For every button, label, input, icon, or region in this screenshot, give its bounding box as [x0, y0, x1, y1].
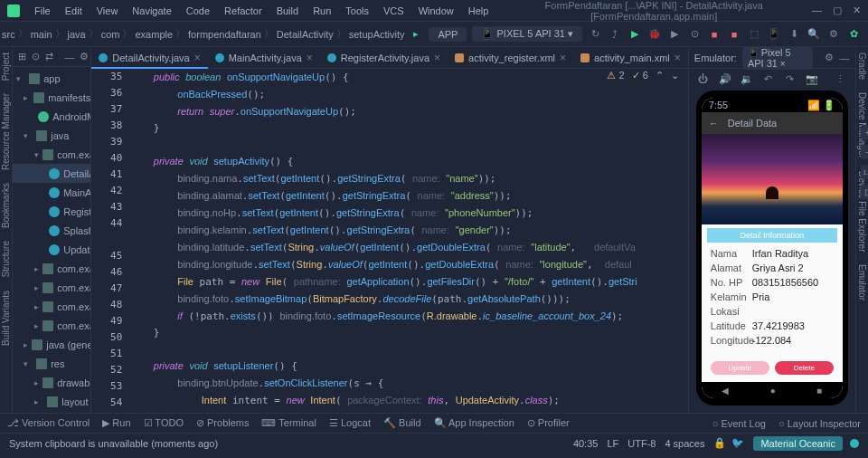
tree-item[interactable]: DetailActi [13, 164, 90, 183]
emu-shot-icon[interactable]: 📷 [805, 72, 819, 86]
avd-icon[interactable]: 📱 [767, 27, 781, 42]
tree-item[interactable]: SplashScr [13, 221, 90, 240]
breadcrumb[interactable]: java [68, 29, 86, 40]
tool-terminal[interactable]: ⌨ Terminal [261, 417, 316, 429]
phone-update-button[interactable]: Update [711, 361, 769, 375]
rail-emulator[interactable]: Emulator [857, 264, 867, 301]
tool-event-log[interactable]: ○ Event Log [712, 418, 766, 429]
code-editor[interactable]: public boolean onSupportNavigateUp() { o… [129, 69, 688, 413]
close-tab-icon[interactable]: × [434, 52, 440, 64]
account-icon[interactable]: ✿ [846, 27, 861, 42]
editor-tab[interactable]: DetailActivity.java× [91, 47, 207, 69]
stop2-icon[interactable]: ■ [727, 27, 741, 42]
sync-icon[interactable]: ↻ [588, 27, 602, 42]
minimize-icon[interactable]: — [812, 5, 822, 16]
menu-build[interactable]: Build [269, 5, 306, 16]
emu-fit-icon[interactable]: ⊡ [861, 185, 868, 199]
tool-problems[interactable]: ⊘ Problems [196, 417, 250, 429]
android-view-icon[interactable]: ⊞ [18, 50, 26, 64]
editor-tab[interactable]: MainActivity.java× [208, 47, 320, 69]
menu-run[interactable]: Run [306, 5, 338, 16]
breadcrumb[interactable]: main [31, 29, 52, 40]
chevron-up-icon[interactable]: ⌃ [656, 70, 664, 81]
tool-app-inspection[interactable]: 🔍 App Inspection [434, 417, 514, 429]
tree-item[interactable]: ▸com.example [13, 316, 90, 335]
tool-layout-inspector[interactable]: ○ Layout Inspector [778, 418, 861, 429]
menu-code[interactable]: Code [179, 5, 217, 16]
tool-version-control[interactable]: ⎇ Version Control [7, 417, 90, 429]
sdk-icon[interactable]: ⬇ [787, 27, 801, 42]
emu-zoomout-icon[interactable]: − [861, 145, 868, 159]
settings-icon[interactable]: ⚙ [826, 27, 841, 42]
menu-file[interactable]: File [27, 5, 58, 16]
breadcrumb[interactable]: src [2, 29, 15, 40]
tree-item[interactable]: ▾com.example [13, 145, 90, 164]
menu-vcs[interactable]: VCS [376, 5, 411, 16]
close-tab-icon[interactable]: × [307, 52, 313, 64]
stop-icon[interactable]: ⤴ [608, 27, 622, 42]
maximize-icon[interactable]: ▢ [833, 5, 842, 16]
tree-item[interactable]: MainActiv [13, 183, 90, 202]
tool-build[interactable]: 🔨 Build [383, 417, 421, 429]
emu-hide-icon[interactable]: — [839, 51, 849, 65]
debug-icon[interactable]: 🐞 [647, 27, 662, 42]
tree-item[interactable]: ▾res [13, 354, 90, 373]
emu-power-icon[interactable]: ⏻ [696, 72, 711, 86]
tree-item[interactable]: ▸java (generated) [13, 335, 90, 354]
menu-edit[interactable]: Edit [58, 5, 90, 16]
menu-refactor[interactable]: Refactor [217, 5, 269, 16]
tool-logcat[interactable]: ☰ Logcat [329, 417, 371, 429]
tree-item[interactable]: ▸drawable [13, 373, 90, 392]
emu-voldn-icon[interactable]: 🔉 [740, 72, 754, 86]
menu-navigate[interactable]: Navigate [125, 5, 178, 16]
rail-structure[interactable]: Structure [1, 241, 11, 278]
emu-more-icon[interactable]: ⋮ [834, 72, 848, 86]
run-icon[interactable]: ▶ [627, 27, 642, 42]
warnings-badge[interactable]: ⚠ 2 [607, 70, 624, 81]
theme-badge[interactable]: Material Oceanic [753, 436, 843, 451]
breadcrumb[interactable]: setupActivity [349, 29, 405, 40]
tree-item[interactable]: UpdateAc [13, 240, 90, 259]
menu-view[interactable]: View [90, 5, 126, 16]
rail-gradle[interactable]: Gradle [857, 52, 867, 80]
caret-position[interactable]: 40:35 [573, 438, 599, 449]
close-icon[interactable]: ✕ [853, 5, 861, 16]
emu-zoomin-icon[interactable]: + [861, 125, 868, 139]
breadcrumb[interactable]: com [101, 29, 120, 40]
chevron-down-icon[interactable]: ⌄ [671, 70, 679, 81]
emu-gear-icon[interactable]: ⚙ [824, 51, 834, 65]
close-tab-icon[interactable]: × [675, 52, 681, 64]
back-icon[interactable]: ← [709, 118, 719, 129]
emu-ratio[interactable]: 1:1 [861, 165, 868, 179]
close-tab-icon[interactable]: × [194, 52, 201, 64]
breadcrumb[interactable]: example [135, 29, 173, 40]
select-opened-icon[interactable]: ⊙ [32, 50, 40, 64]
menu-help[interactable]: Help [461, 5, 496, 16]
attach-icon[interactable]: ■ [707, 27, 722, 42]
tweet-icon[interactable]: 🐦 [731, 437, 744, 449]
profile-icon[interactable]: ⊙ [687, 27, 702, 42]
indent[interactable]: 4 spaces [665, 438, 704, 449]
android-icon[interactable]: ▸ [409, 27, 423, 42]
rail-resource-manager[interactable]: Resource Manager [1, 93, 11, 170]
expand-icon[interactable]: ⇄ [45, 50, 53, 64]
coverage-icon[interactable]: ▶ [667, 27, 682, 42]
emu-rotr-icon[interactable]: ↷ [783, 72, 797, 86]
device-selector[interactable]: 📱 PIXEL 5 API 31 ▾ [472, 26, 582, 42]
run-config-selector[interactable]: APP [429, 27, 467, 42]
close-tab-icon[interactable]: × [560, 52, 566, 64]
gear-icon[interactable]: ⚙ [80, 50, 89, 64]
tree-item[interactable]: ▸layout [13, 392, 90, 411]
editor-tab[interactable]: RegisterActivity.java× [320, 47, 448, 69]
tool-run[interactable]: ▶ Run [102, 417, 130, 429]
phone-delete-button[interactable]: Delete [775, 361, 834, 375]
search-icon[interactable]: 🔍 [807, 27, 821, 42]
tree-item[interactable]: ▸com.example [13, 278, 90, 297]
editor-tab[interactable]: activity_main.xml× [573, 47, 688, 69]
tool-profiler[interactable]: ⊙ Profiler [527, 417, 570, 429]
emu-rotl-icon[interactable]: ↶ [761, 72, 776, 86]
rail-build-variants[interactable]: Build Variants [1, 291, 11, 346]
lock-icon[interactable]: 🔒 [713, 437, 726, 449]
tree-item[interactable]: ▸com.example [13, 297, 90, 316]
menu-tools[interactable]: Tools [338, 5, 376, 16]
